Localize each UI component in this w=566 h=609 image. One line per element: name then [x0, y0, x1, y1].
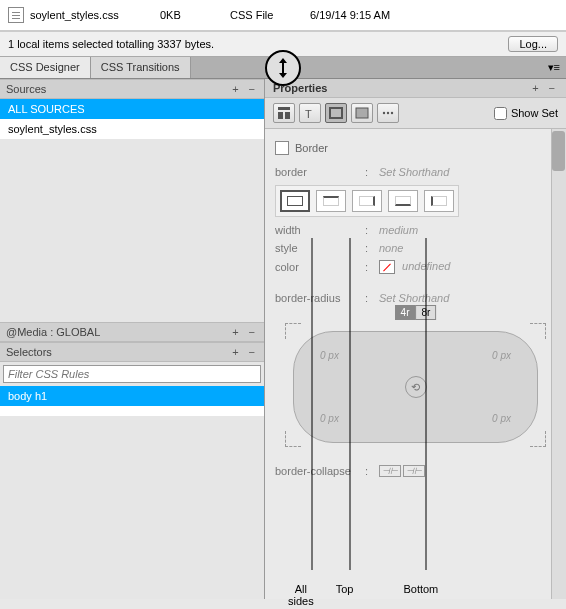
- radius-4r-button[interactable]: 4r: [395, 305, 416, 320]
- corner-marker-icon: [285, 431, 301, 447]
- file-icon: [8, 7, 24, 23]
- status-text: 1 local items selected totalling 3337 by…: [8, 38, 214, 50]
- selector-item[interactable]: body h1: [0, 386, 264, 406]
- file-row[interactable]: soylent_styles.css 0KB CSS File 6/19/14 …: [0, 4, 566, 26]
- tab-css-transitions[interactable]: CSS Transitions: [91, 57, 191, 78]
- category-text-button[interactable]: T: [299, 103, 321, 123]
- border-right-button[interactable]: [352, 190, 382, 212]
- border-section-icon: [275, 141, 289, 155]
- show-set-label: Show Set: [511, 107, 558, 119]
- corner-marker-icon: [530, 431, 546, 447]
- source-stylesheet[interactable]: soylent_styles.css: [0, 119, 264, 139]
- svg-point-6: [383, 112, 385, 114]
- svg-point-7: [387, 112, 389, 114]
- log-button[interactable]: Log...: [508, 36, 558, 52]
- link-corners-button[interactable]: ⟲: [405, 376, 427, 398]
- selectors-header: Selectors + −: [0, 342, 264, 362]
- media-title: @Media : GLOBAL: [6, 326, 100, 338]
- radius-bl-input[interactable]: 0 px: [320, 413, 339, 424]
- add-media-button[interactable]: +: [229, 326, 241, 338]
- svg-point-8: [391, 112, 393, 114]
- border-style-input[interactable]: none: [379, 242, 556, 254]
- svg-rect-5: [356, 108, 368, 118]
- border-width-input[interactable]: medium: [379, 224, 556, 236]
- file-type: CSS File: [230, 9, 310, 21]
- category-background-button[interactable]: [351, 103, 373, 123]
- source-all[interactable]: ALL SOURCES: [0, 99, 264, 119]
- sources-list: ALL SOURCES soylent_styles.css: [0, 99, 264, 139]
- radius-br-input[interactable]: 0 px: [492, 413, 511, 424]
- collapse-collapse-button[interactable]: ⊣⊢: [403, 465, 425, 477]
- remove-source-button[interactable]: −: [246, 83, 258, 95]
- border-radius-label: border-radius: [275, 292, 365, 304]
- svg-rect-1: [278, 112, 283, 119]
- svg-rect-4: [330, 108, 342, 118]
- corner-marker-icon: [530, 323, 546, 339]
- add-property-button[interactable]: +: [529, 82, 541, 94]
- border-style-label: style: [275, 242, 365, 254]
- border-color-input[interactable]: undefined: [379, 260, 556, 274]
- sources-title: Sources: [6, 83, 46, 95]
- svg-rect-0: [278, 107, 290, 110]
- color-swatch-icon[interactable]: [379, 260, 395, 274]
- collapse-separate-button[interactable]: ⊣⊢: [379, 465, 401, 477]
- resize-handle[interactable]: [265, 50, 301, 86]
- border-collapse-label: border-collapse: [275, 465, 365, 477]
- properties-header: Properties + −: [265, 79, 566, 98]
- svg-text:T: T: [305, 108, 312, 120]
- border-all-button[interactable]: [280, 190, 310, 212]
- border-shorthand-input[interactable]: Set Shorthand: [379, 166, 556, 178]
- border-width-label: width: [275, 224, 365, 236]
- panel-menu-icon[interactable]: ▾≡: [542, 57, 566, 78]
- border-section-title: Border: [295, 142, 328, 154]
- radius-8r-button[interactable]: 8r: [416, 305, 437, 320]
- selectors-title: Selectors: [6, 346, 52, 358]
- corner-marker-icon: [285, 323, 301, 339]
- scrollbar[interactable]: [551, 129, 566, 599]
- radius-tl-input[interactable]: 0 px: [320, 350, 339, 361]
- border-side-picker: [275, 185, 459, 217]
- show-set-toggle[interactable]: Show Set: [494, 107, 558, 120]
- file-size: 0KB: [160, 9, 230, 21]
- category-layout-button[interactable]: [273, 103, 295, 123]
- border-radius-shorthand-input[interactable]: Set Shorthand: [379, 292, 556, 304]
- border-color-label: color: [275, 261, 365, 273]
- media-header: @Media : GLOBAL + −: [0, 322, 264, 342]
- callout-bottom: Bottom: [403, 583, 438, 607]
- remove-property-button[interactable]: −: [546, 82, 558, 94]
- show-set-checkbox[interactable]: [494, 107, 507, 120]
- border-top-button[interactable]: [316, 190, 346, 212]
- border-radius-visual: 4r 8r 0 px 0 px 0 px 0 px ⟲: [275, 317, 556, 447]
- file-date: 6/19/14 9:15 AM: [310, 9, 558, 21]
- remove-selector-button[interactable]: −: [246, 346, 258, 358]
- border-label: border: [275, 166, 365, 178]
- file-name: soylent_styles.css: [30, 9, 160, 21]
- add-source-button[interactable]: +: [229, 83, 241, 95]
- border-bottom-button[interactable]: [388, 190, 418, 212]
- svg-rect-2: [285, 112, 290, 119]
- remove-media-button[interactable]: −: [246, 326, 258, 338]
- category-border-button[interactable]: [325, 103, 347, 123]
- file-list: soylent_styles.css 0KB CSS File 6/19/14 …: [0, 0, 566, 31]
- radius-tr-input[interactable]: 0 px: [492, 350, 511, 361]
- callout-all-sides: Allsides: [288, 583, 314, 607]
- add-selector-button[interactable]: +: [229, 346, 241, 358]
- filter-css-input[interactable]: [3, 365, 261, 383]
- callout-top: Top: [336, 583, 354, 607]
- tab-css-designer[interactable]: CSS Designer: [0, 57, 91, 78]
- category-row: T Show Set: [265, 98, 566, 129]
- sources-header: Sources + −: [0, 79, 264, 99]
- category-more-button[interactable]: [377, 103, 399, 123]
- scrollbar-thumb[interactable]: [552, 131, 565, 171]
- border-left-button[interactable]: [424, 190, 454, 212]
